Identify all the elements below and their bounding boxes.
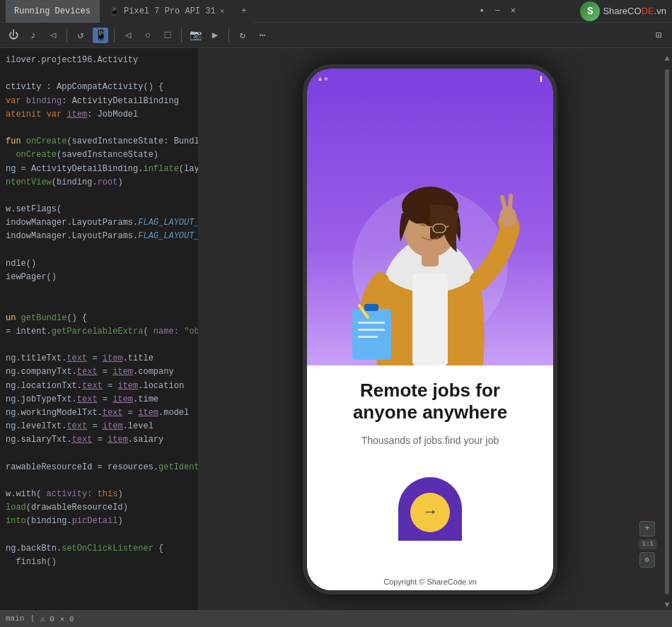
code-line-blank-5: [0, 284, 198, 298]
extend-panel-icon[interactable]: ⊡: [651, 28, 666, 43]
power-icon[interactable]: ⏻: [6, 28, 21, 43]
code-line-28: finish(): [0, 556, 198, 569]
device-side-controls: + 1:1 ⚙: [639, 521, 656, 568]
svg-rect-14: [364, 304, 378, 311]
status-warnings: ⚠ 0: [40, 614, 54, 623]
code-line-4: ateinit var item: JobModel: [0, 108, 198, 122]
right-scrollbar: ▲ ▼: [662, 48, 672, 610]
separator-4: [228, 28, 229, 42]
recents-icon[interactable]: □: [160, 28, 175, 43]
code-line-25: load(drawableResourceId): [0, 501, 198, 515]
svg-rect-15: [358, 322, 385, 324]
code-line-1: ilover.project196.Activity: [0, 54, 198, 67]
scrollbar-thumb[interactable]: [665, 69, 669, 594]
sub-heading: Thousands of jobs.find your job: [361, 435, 499, 446]
add-tab-button[interactable]: +: [234, 0, 253, 23]
code-line-6: onCreate(savedInstanceState): [0, 148, 198, 162]
svg-rect-17: [358, 336, 378, 338]
tab-running-devices[interactable]: Running Devices: [6, 0, 100, 23]
phone-screen: ▲ ≋ ▐: [307, 69, 553, 590]
code-line-26: into(binding.picDetail): [0, 515, 198, 528]
status-git: main: [6, 614, 24, 623]
tab-pixel[interactable]: 📱 Pixel 7 Pro API 31 ✕: [103, 0, 231, 23]
code-line-5: fun onCreate(savedInstanceState: Bundle: [0, 135, 198, 148]
separator-2: [114, 28, 115, 42]
code-line-16: ng.titleTxt.text = item.title: [0, 352, 198, 365]
device-toolbar: ⏻ ♪ ◁ ↺ 📱 ◁ ○ □ 📷 ▶ ↻ ⋯ ⊡: [0, 23, 672, 48]
phone-icon: 📱: [110, 6, 120, 16]
pixel-tab-label: Pixel 7 Pro API 31: [124, 6, 216, 16]
code-line-3: var binding: ActivityDetailBinding: [0, 95, 198, 108]
status-right: ▐: [538, 76, 542, 82]
scroll-down-icon[interactable]: ▼: [664, 600, 669, 610]
code-line-blank-8: [0, 447, 198, 460]
code-line-blank-7: [0, 339, 198, 352]
status-errors: ✕ 0: [60, 614, 74, 623]
volume-icon[interactable]: ♪: [25, 28, 41, 43]
code-line-blank-9: [0, 474, 198, 488]
code-line-24: w.with( activity: this): [0, 488, 198, 501]
code-line-22: ng.salaryTxt.text = item.salary: [0, 433, 198, 447]
person-illustration: [338, 104, 522, 365]
close-button[interactable]: ×: [508, 6, 518, 16]
phone-portrait-icon[interactable]: 📱: [93, 28, 108, 43]
code-line-14: un getBundle() {: [0, 312, 198, 325]
hero-section: [307, 69, 553, 365]
svg-point-10: [499, 206, 516, 228]
code-line-blank-2: [0, 122, 198, 135]
code-line-7: ng = ActivityDetailBinding.inflate(layo: [0, 163, 198, 176]
code-line-10: indowManager.LayoutParams.FLAG_LAYOUT_N: [0, 216, 198, 230]
copyright-bar: Copyright © ShareCode.vn: [307, 573, 553, 590]
scroll-up-icon[interactable]: ▲: [664, 54, 669, 64]
rotate-right-icon[interactable]: ↻: [235, 28, 250, 43]
svg-rect-16: [358, 329, 385, 331]
sharecode-topbar-logo: S ShareCODE.vn: [580, 1, 666, 21]
text-content-area: Remote jobs for anyone anywhere Thousand…: [307, 365, 553, 590]
back-icon[interactable]: ◁: [120, 28, 136, 43]
code-line-blank-6: [0, 298, 198, 311]
battery-icon: ▐: [538, 76, 542, 82]
logo-text: ShareCODE.vn: [603, 6, 666, 16]
copyright-text: Copyright © ShareCode.vn: [383, 578, 477, 586]
code-line-12: ndle(): [0, 257, 198, 271]
close-tab-icon[interactable]: ✕: [220, 6, 225, 16]
wifi-icon: ≋: [325, 76, 328, 82]
code-line-2: ctivity : AppCompatActivity() {: [0, 81, 198, 94]
status-bar: main | ⚠ 0 ✕ 0: [0, 610, 672, 627]
code-line-11: indowManager.LayoutParams.FLAG_LAYOUT_N: [0, 230, 198, 243]
code-line-19: ng.jobTypeTxt.text = item.time: [0, 393, 198, 406]
svg-line-11: [502, 197, 505, 209]
next-arrow-button[interactable]: →: [410, 493, 450, 532]
svg-rect-13: [352, 309, 391, 360]
code-line-21: ng.levelTxt.text = item.level: [0, 420, 198, 433]
screenrecord-icon[interactable]: ▶: [207, 28, 223, 43]
toolbar-right-group: ⊡: [651, 28, 666, 43]
screenshot-icon[interactable]: 📷: [187, 28, 203, 43]
phone-frame: ▲ ≋ ▐: [303, 64, 557, 594]
top-bar: Running Devices 📱 Pixel 7 Pro API 31 ✕ +…: [0, 0, 672, 23]
add-device-button[interactable]: +: [639, 521, 655, 537]
home-icon[interactable]: ○: [140, 28, 156, 43]
zoom-ratio-badge: 1:1: [639, 539, 656, 549]
code-line-blank-4: [0, 244, 198, 257]
code-line-15: = intent.getParcelableExtra( name: "obje: [0, 325, 198, 339]
svg-line-12: [510, 196, 511, 208]
main-content: ilover.project196.Activity ctivity : App…: [0, 48, 672, 610]
code-editor-panel: ilover.project196.Activity ctivity : App…: [0, 48, 198, 610]
square-icon[interactable]: ▪: [477, 6, 487, 16]
svg-line-9: [446, 226, 448, 227]
code-line-23: rawableResourceId = resources.getIdenti: [0, 461, 198, 474]
device-settings-icon[interactable]: ⚙: [639, 552, 655, 568]
minimize-button[interactable]: −: [492, 6, 502, 16]
phone-status-bar: ▲ ≋ ▐: [307, 69, 553, 90]
status-left: ▲ ≋: [318, 76, 328, 82]
rotate-device-icon[interactable]: ↺: [73, 28, 88, 43]
code-line-17: ng.companyTxt.text = item.company: [0, 365, 198, 379]
back-nav-hardware-icon[interactable]: ◁: [45, 28, 61, 43]
signal-icon: ▲: [318, 76, 322, 82]
button-arch: →: [398, 477, 462, 541]
code-line-blank-10: [0, 529, 198, 542]
tab-bar: Running Devices 📱 Pixel 7 Pro API 31 ✕ +: [0, 0, 253, 23]
more-options-icon[interactable]: ⋯: [255, 28, 270, 43]
code-line-13: iewPager(): [0, 271, 198, 284]
